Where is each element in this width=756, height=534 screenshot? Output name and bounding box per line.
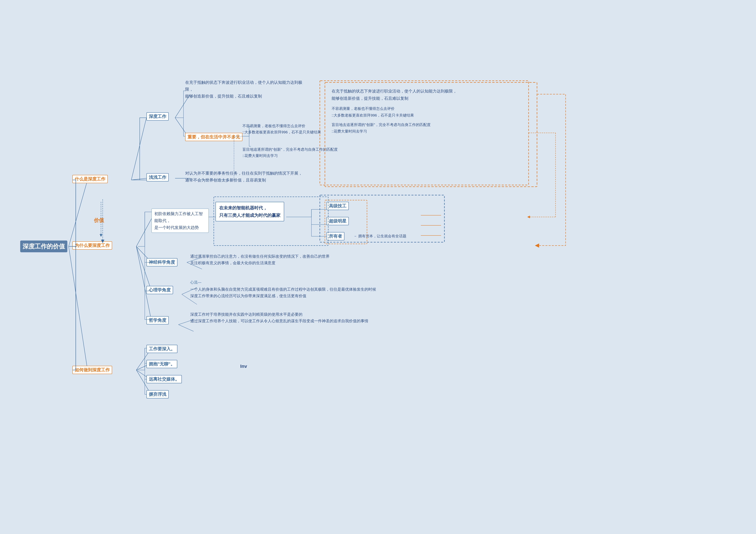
svg-line-0	[69, 180, 88, 246]
mindmap-container: 深度工作的价值 什么是深度工作 价值 深度工作 浅浅工作 在充于抵触的状态下奔波…	[0, 0, 756, 534]
node-no-shallow: 摒弃浮浅	[147, 390, 169, 398]
trend-desc: 初阶依赖脑力工作被人工智能取代， 是一个时代发展的大趋势	[151, 209, 209, 233]
important-sub: 不容易测量，老板也不懂得怎么去评价 ::大多数老板更喜欢崇拜996，石不是只关键…	[242, 123, 321, 136]
node-what-label: 什么是深度工作	[75, 176, 105, 182]
node-superstar: 超级明星	[327, 217, 349, 225]
node-how: 如何做到深度工作	[72, 366, 112, 374]
node-why: 为什么要深度工作	[72, 242, 112, 250]
node-philo: 哲学角度	[147, 316, 169, 324]
node-owner: 所有者	[327, 232, 344, 240]
root-node: 深度工作的价值	[20, 241, 67, 252]
philo-desc: 深度工作对于培养技能并在实践中达到精英级的使用水平是必要的 通过深度工作培养个人…	[190, 311, 368, 324]
blind-sub: 盲目地追逐所谓的"创新"，完全不考虑与自身工作的匹配度 ::花费大量时间去学习	[242, 146, 338, 159]
node-neuro: 神经科学角度	[147, 258, 177, 267]
svg-line-25	[178, 325, 194, 331]
neuro-desc: 通过逐渐掌控自己的注意力，在没有做生任何实际改变的情况下，改善自己的世界 关注积…	[190, 253, 330, 266]
node-senior-tech: 高级技工	[327, 202, 349, 210]
deep-work-desc: 在充于抵触的状态下奔波进行职业活动，使个人的认知能力达到极限， 能够创造新价值，…	[185, 79, 303, 100]
svg-line-8	[136, 219, 151, 246]
svg-line-2	[69, 246, 88, 370]
node-important: 重要，但在生活中并不多见	[185, 133, 242, 141]
node-psych: 心理学角度	[147, 286, 173, 294]
root-label: 深度工作的价值	[23, 242, 65, 251]
node-deep-dive: 工作要深入。	[147, 345, 177, 353]
svg-line-4	[131, 178, 147, 180]
value-label: 价值	[94, 217, 104, 224]
connection-lines	[0, 0, 756, 534]
deep-work-right-desc: 在充于抵触的状态下奔波进行职业活动，使个人的认知能力达到极限， 能够创造新价值，…	[328, 84, 460, 138]
node-deep-work: 深度工作	[147, 112, 169, 121]
future-box: 在未来的智能机器时代， 只有三类人才能成为时代的赢家	[215, 202, 284, 221]
node-what: 什么是深度工作	[72, 175, 108, 183]
owner-desc: － 拥有资本，让生就会有全话题	[354, 233, 406, 239]
node-embrace-boredom: 拥抱"无聊"。	[147, 360, 177, 368]
svg-line-3	[131, 118, 147, 180]
node-shallow-work: 浅浅工作	[147, 173, 169, 182]
shallow-desc: 对认为并不重要的事务性任务，往往在实到于抵触的情况下开展， 通常不会为世界创造太…	[185, 170, 302, 184]
psych-desc: 心流— 一个人的身体和头脑在自觉努力完成某项艰难且有价值的工作过程中达创其极限，…	[190, 279, 376, 299]
node-no-social: 远离社交媒体。	[147, 375, 182, 383]
inv-text: Inv	[240, 364, 247, 369]
